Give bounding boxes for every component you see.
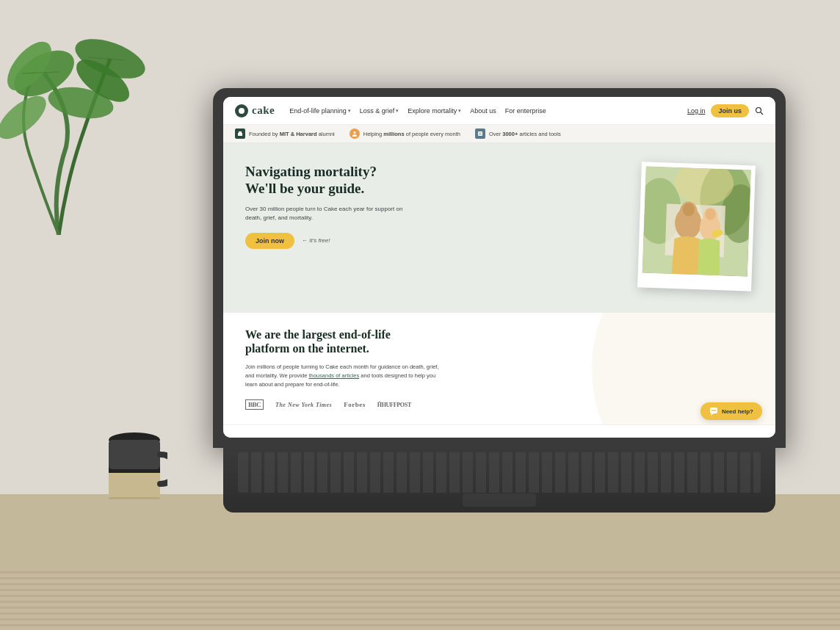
nyt-logo: The New York Times [275, 402, 332, 408]
university-icon [235, 128, 245, 139]
website-content: cake End-of-life planning ▾ Loss & grief… [223, 97, 775, 438]
chevron-icon: ▾ [348, 108, 351, 114]
svg-line-15 [761, 112, 763, 115]
keyboard-keys [238, 452, 761, 493]
laptop-keyboard [223, 446, 775, 513]
platform-left: We are the largest end-of-life platform … [245, 327, 443, 410]
platform-section: We are the largest end-of-life platform … [223, 313, 775, 424]
svg-point-18 [353, 131, 355, 134]
platform-text: Join millions of people turning to Cake … [245, 363, 443, 389]
need-help-label: Need help? [722, 408, 753, 415]
nav-item-mortality[interactable]: Explore mortality ▾ [408, 107, 461, 115]
hero-image [640, 164, 753, 292]
info-bar: Founded by MIT & Harvard alumni Helping … [223, 125, 775, 143]
free-label: It's free! [302, 237, 330, 244]
help-title: I want help with... [245, 437, 319, 438]
help-section: I want help with... [223, 424, 775, 438]
logo[interactable]: cake [235, 104, 275, 117]
logo-text: cake [252, 104, 275, 117]
mug-decoration [101, 418, 167, 516]
nav-right: Log in Join us [687, 104, 764, 117]
nav-item-about[interactable]: About us [470, 107, 496, 115]
hero-section: Navigating mortality? We'll be your guid… [223, 143, 775, 313]
nav-item-loss[interactable]: Loss & grief ▾ [360, 107, 399, 115]
login-button[interactable]: Log in [687, 107, 706, 115]
svg-rect-17 [239, 131, 242, 134]
laptop: cake End-of-life planning ▾ Loss & grief… [213, 88, 786, 514]
svg-rect-19 [478, 131, 482, 136]
info-item-mit: Founded by MIT & Harvard alumni [235, 128, 335, 139]
person-icon [350, 128, 360, 139]
need-help-button[interactable]: Need help? [700, 402, 762, 420]
huffpost-logo: ĤHUFFPOST [377, 402, 411, 408]
media-logos: BBC The New York Times Forbes ĤHUFFPOST [245, 399, 443, 410]
forbes-logo: Forbes [344, 401, 366, 408]
svg-point-36 [712, 410, 713, 411]
info-item-articles: Over 3000+ articles and tools [475, 128, 561, 139]
svg-point-38 [714, 410, 716, 411]
logo-icon [235, 104, 248, 117]
platform-title: We are the largest end-of-life platform … [245, 327, 436, 355]
bbc-logo: BBC [245, 399, 264, 410]
articles-link[interactable]: thousands of articles [308, 372, 359, 379]
screen-bezel: cake End-of-life planning ▾ Loss & grief… [223, 97, 775, 438]
svg-point-14 [756, 107, 761, 112]
join-now-button[interactable]: Join now [245, 233, 294, 249]
desk-wood-texture [0, 571, 840, 630]
nav-items: End-of-life planning ▾ Loss & grief ▾ Ex… [289, 107, 677, 115]
polaroid-photo [642, 167, 751, 277]
hero-subtitle: Over 30 million people turn to Cake each… [245, 205, 414, 222]
chevron-icon: ▾ [396, 108, 399, 114]
svg-rect-10 [109, 440, 160, 469]
join-button[interactable]: Join us [711, 104, 749, 117]
nav-item-enterprise[interactable]: For enterprise [505, 107, 546, 115]
info-item-helping: Helping millions of people every month [350, 128, 460, 139]
svg-rect-12 [109, 497, 160, 499]
polaroid-frame [637, 162, 756, 291]
svg-point-13 [239, 108, 245, 114]
search-icon[interactable] [755, 106, 764, 115]
trackpad [463, 493, 536, 507]
hero-title: Navigating mortality? We'll be your guid… [245, 164, 625, 198]
hero-left: Navigating mortality? We'll be your guid… [245, 164, 640, 292]
chevron-icon: ▾ [458, 108, 461, 114]
navbar: cake End-of-life planning ▾ Loss & grief… [223, 97, 775, 125]
hero-cta: Join now It's free! [245, 233, 625, 249]
svg-point-37 [713, 410, 714, 411]
nav-item-planning[interactable]: End-of-life planning ▾ [289, 107, 351, 115]
article-icon [475, 128, 485, 139]
laptop-lid: cake End-of-life planning ▾ Loss & grief… [213, 88, 786, 448]
svg-rect-11 [109, 473, 160, 499]
plant-decoration [0, 0, 191, 235]
chat-icon [709, 407, 718, 416]
